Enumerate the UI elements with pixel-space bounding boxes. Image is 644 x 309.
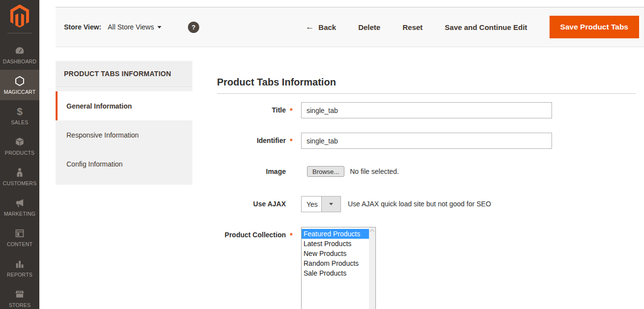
sidebar-item-products[interactable]: PRODUCTS: [0, 131, 39, 161]
tabs-panel-list: General Information Responsive Informati…: [56, 87, 192, 185]
sidebar-item-label: DASHBOARD: [3, 58, 36, 64]
browse-button[interactable]: Browse...: [307, 166, 344, 177]
sidebar-item-label: MAGICCART: [4, 89, 36, 95]
use-ajax-selected-value: Yes: [302, 197, 321, 212]
required-marker: *: [286, 227, 301, 239]
save-product-tabs-button[interactable]: Save Product Tabs: [550, 16, 639, 38]
tab-general-information[interactable]: General Information: [56, 91, 192, 120]
content-icon: [14, 228, 26, 239]
use-ajax-note: Use AJAX quick load site but not good fo…: [348, 196, 491, 208]
reset-button[interactable]: Reset: [402, 23, 423, 31]
listbox-option-latest-products[interactable]: Latest Products: [302, 239, 375, 249]
listbox-option-featured-products[interactable]: Featured Products: [302, 229, 375, 239]
title-input[interactable]: [301, 102, 552, 118]
tab-responsive-information[interactable]: Responsive Information: [56, 120, 192, 149]
listbox-option-random-products[interactable]: Random Products: [302, 258, 375, 268]
back-button-label: Back: [318, 23, 336, 31]
use-ajax-label: Use AJAX: [217, 196, 286, 208]
product-collection-listbox[interactable]: Featured Products Latest Products New Pr…: [301, 227, 376, 309]
delete-button[interactable]: Delete: [358, 23, 380, 31]
toolbar-actions: ← Back Delete Reset Save and Continue Ed…: [306, 16, 639, 38]
product-collection-field-row: Product Collection * Featured Products L…: [217, 227, 640, 309]
magento-logo[interactable]: [0, 0, 39, 28]
required-marker-empty: [286, 196, 301, 200]
products-icon: [14, 137, 26, 147]
magento-logo-icon: [9, 4, 30, 28]
back-arrow-icon: ←: [306, 22, 314, 32]
dashboard-icon: [14, 45, 26, 56]
required-marker: *: [286, 133, 301, 145]
sidebar-item-sales[interactable]: $ SALES: [0, 100, 39, 131]
chevron-down-icon: [157, 26, 161, 28]
sidebar-item-content[interactable]: CONTENT: [0, 222, 39, 253]
sidebar-menu: DASHBOARD MAGICCART $ SALES PRODUCTS: [0, 39, 39, 309]
title-field-row: Title *: [217, 102, 640, 118]
identifier-label: Identifier: [217, 133, 286, 144]
product-collection-label: Product Collection: [217, 227, 286, 239]
identifier-field-row: Identifier *: [217, 133, 640, 149]
store-view-value: All Store Views: [108, 23, 154, 31]
select-arrow-button[interactable]: [321, 197, 340, 212]
sidebar-item-label: MARKETING: [4, 211, 35, 217]
sidebar-item-reports[interactable]: REPORTS: [0, 253, 39, 283]
sidebar-item-dashboard[interactable]: DASHBOARD: [0, 39, 39, 70]
store-view-label: Store View:: [64, 23, 101, 31]
reports-icon: [14, 258, 26, 269]
use-ajax-select[interactable]: Yes: [301, 196, 341, 212]
sidebar-item-label: SALES: [11, 119, 29, 125]
sidebar-item-label: CUSTOMERS: [3, 180, 37, 186]
required-marker: *: [286, 102, 301, 114]
chevron-down-icon: [329, 203, 333, 205]
marketing-icon: [14, 197, 26, 208]
title-label: Title: [217, 102, 286, 114]
sales-icon: $: [14, 106, 26, 117]
help-icon[interactable]: ?: [188, 22, 199, 33]
store-view-switcher[interactable]: All Store Views: [108, 23, 161, 31]
back-button[interactable]: ← Back: [306, 22, 336, 32]
sidebar-item-label: STORES: [9, 302, 31, 308]
scroll-up-icon: [370, 229, 375, 234]
sidebar-item-stores[interactable]: STORES: [0, 283, 39, 309]
magiccart-icon: [14, 76, 26, 86]
image-label: Image: [217, 166, 286, 175]
sidebar-divider: [7, 33, 32, 33]
listbox-option-new-products[interactable]: New Products: [302, 249, 375, 258]
tabs-panel-title: PRODUCT TABS INFORMATION: [56, 61, 192, 87]
image-field-row: Image Browse... No file selected.: [217, 166, 640, 177]
sidebar-item-customers[interactable]: CUSTOMERS: [0, 161, 39, 192]
tabs-panel: PRODUCT TABS INFORMATION General Informa…: [56, 61, 192, 185]
sidebar-item-marketing[interactable]: MARKETING: [0, 192, 39, 222]
use-ajax-field-row: Use AJAX Yes Use AJAX quick load site bu…: [217, 196, 640, 212]
tab-config-information[interactable]: Config Information: [56, 149, 192, 178]
sidebar-item-magiccart[interactable]: MAGICCART: [0, 70, 39, 100]
save-and-continue-button[interactable]: Save and Continue Edit: [445, 23, 527, 31]
listbox-option-sale-products[interactable]: Sale Products: [302, 268, 375, 278]
admin-sidebar: DASHBOARD MAGICCART $ SALES PRODUCTS: [0, 0, 39, 309]
heading-divider: [217, 93, 636, 94]
customers-icon: [14, 167, 26, 178]
listbox-scrollbar[interactable]: [369, 227, 375, 309]
sidebar-item-label: PRODUCTS: [5, 150, 35, 156]
identifier-input[interactable]: [301, 133, 552, 149]
page-title: Product Tabs Information: [217, 77, 336, 88]
stores-icon: [14, 289, 26, 300]
file-status-text: No file selected.: [350, 166, 399, 175]
sidebar-item-label: REPORTS: [7, 272, 32, 278]
page-action-toolbar: Store View: All Store Views ? ← Back Del…: [56, 7, 644, 47]
sidebar-item-label: CONTENT: [7, 241, 32, 247]
